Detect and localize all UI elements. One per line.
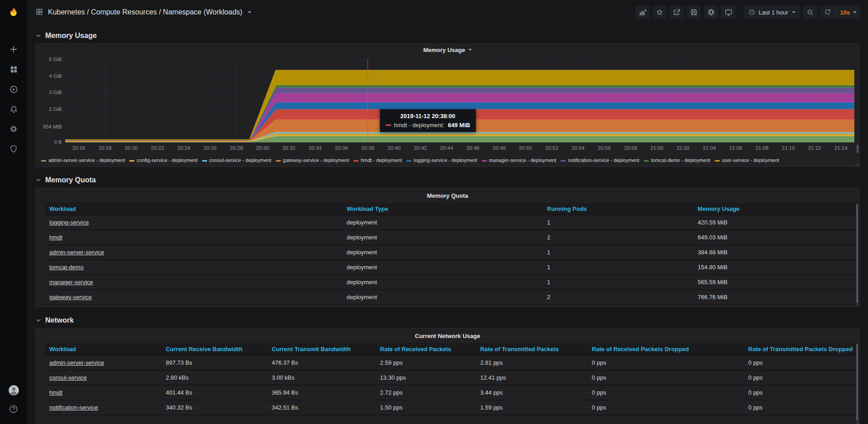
table-row: admin-server-service897.73 Bs476.37 Bs2.… [45,356,859,371]
zoom-out-icon[interactable] [803,5,817,19]
legend-item[interactable]: manager-service - deployment [482,157,557,163]
column-header[interactable]: Current Transmit Bandwidth [267,346,376,353]
svg-text:20:20: 20:20 [125,145,138,151]
legend-item[interactable]: consul-service - deployment [202,157,271,163]
column-header[interactable]: Workload [45,346,161,353]
panel-title-menu[interactable]: Memory Quota [36,188,859,203]
table-cell: 0 pps [587,374,744,381]
table-cell: deployment [342,219,542,226]
network-usage-panel: Current Network Usage WorkloadCurrent Re… [35,328,860,424]
legend-item[interactable]: config-service - deployment [129,157,198,163]
legend-item[interactable]: notification-service - deployment [561,157,639,163]
column-header[interactable]: Rate of Received Packets Dropped [587,346,744,353]
column-header[interactable]: Running Pods [542,205,693,212]
column-header[interactable]: Memory Usage [693,205,859,212]
workload-link[interactable]: notification-service [45,404,161,411]
legend-item[interactable]: user-service - deployment [715,157,779,163]
column-header[interactable]: Rate of Transmitted Packets [476,346,587,353]
plus-icon[interactable] [0,39,27,59]
column-header[interactable]: Current Receive Bandwidth [161,346,267,353]
workload-link[interactable]: hmdt [45,389,161,396]
panel-scrollbar[interactable] [857,145,859,153]
column-header[interactable]: Rate of Transmitted Packets Dropped [744,346,859,353]
gear-icon[interactable] [704,5,718,19]
panel-title-menu[interactable]: Current Network Usage [36,329,859,343]
sidebar [0,0,27,424]
time-range-picker[interactable]: Last 1 hour [744,5,800,19]
column-header[interactable]: Rate of Received Packets [376,346,476,353]
legend-item[interactable]: logging-service - deployment [406,157,477,163]
alerting-bell-icon[interactable] [0,99,27,119]
table-cell: deployment [342,234,542,241]
chevron-down-icon [853,11,857,13]
workload-link[interactable]: tomcat-demo [45,264,342,271]
svg-text:21:12: 21:12 [808,145,821,151]
panel-scrollbar[interactable] [856,204,858,303]
help-icon[interactable] [0,400,27,419]
cycle-view-icon[interactable] [721,5,736,19]
sidebar-nav [0,39,27,159]
dashboard-content: Memory Usage Memory Usage 0 B954 MiB2 Gi… [27,24,868,424]
shield-icon[interactable] [0,139,27,159]
table-cell: 1 [542,279,693,286]
svg-text:20:32: 20:32 [283,145,296,151]
chevron-down-icon [35,177,42,183]
table-cell: 384.68 MiB [693,249,859,256]
section-memory-quota[interactable]: Memory Quota [35,173,860,187]
workload-link[interactable]: admin-server-service [45,359,161,366]
network-table: WorkloadCurrent Receive BandwidthCurrent… [45,343,859,415]
section-memory-usage[interactable]: Memory Usage [35,29,860,43]
workload-link[interactable]: gateway-service [45,294,342,300]
column-header[interactable]: Workload [45,205,342,212]
table-row: hmdtdeployment2649.03 MiB [45,230,859,245]
workload-link[interactable]: manager-service [45,279,342,286]
svg-text:21:08: 21:08 [755,145,769,151]
legend-item[interactable]: admin-server-service - deployment [41,157,125,163]
section-network[interactable]: Network [35,314,860,327]
grafana-app: Kubernetes / Compute Resources / Namespa… [0,0,868,424]
section-title: Memory Usage [45,32,97,40]
user-avatar[interactable] [0,381,27,400]
chart-legend: admin-server-service - deploymentconfig-… [36,154,859,167]
svg-text:20:34: 20:34 [309,145,322,151]
add-panel-icon[interactable] [635,5,650,19]
refresh-interval-dropdown[interactable]: 10s [835,5,861,19]
panel-scrollbar[interactable] [856,344,858,421]
legend-item[interactable]: hmdt - deployment [354,157,402,163]
svg-text:20:48: 20:48 [493,145,506,151]
refresh-icon[interactable] [820,5,835,19]
workload-link[interactable]: admin-server-service [45,249,342,256]
memory-usage-chart[interactable]: 0 B954 MiB2 GiB3 GiB4 GiB5 GiB20:1620:18… [36,56,859,154]
svg-text:954 MiB: 954 MiB [43,124,62,129]
gear-icon[interactable] [0,119,27,139]
legend-item[interactable]: gateway-service - deployment [276,157,349,163]
column-header[interactable]: Workload Type [342,205,542,212]
chevron-down-icon [792,11,796,13]
workload-link[interactable]: consul-service [45,374,161,381]
dashboards-icon[interactable] [0,59,27,79]
explore-icon[interactable] [0,79,27,99]
table-cell: 342.51 Bs [267,404,376,411]
legend-item[interactable]: tomcat-demo - deployment [644,157,710,163]
table-row: notification-service340.32 Bs342.51 Bs1.… [45,400,859,415]
svg-text:21:06: 21:06 [729,145,742,151]
svg-text:20:42: 20:42 [414,145,427,151]
time-range-label: Last 1 hour [759,9,788,16]
star-icon[interactable] [652,5,667,19]
table-cell: 340.32 Bs [161,404,267,411]
chevron-down-icon[interactable] [248,11,251,13]
svg-text:20:58: 20:58 [624,145,637,151]
table-row: manager-servicedeployment1565.59 MiB [45,275,859,290]
share-icon[interactable] [670,5,684,19]
svg-text:20:38: 20:38 [361,145,374,151]
clock-icon [748,9,755,16]
svg-text:20:44: 20:44 [440,145,453,151]
grafana-logo[interactable] [4,4,23,24]
workload-link[interactable]: logging-service [45,219,342,226]
workload-link[interactable]: hmdt [45,234,342,241]
panel-title-menu[interactable]: Memory Usage [36,44,859,56]
chart-plot: 0 B954 MiB2 GiB3 GiB4 GiB5 GiB20:1620:18… [36,56,859,154]
table-cell: 2.72 pps [376,389,476,396]
save-icon[interactable] [687,5,701,19]
dashboard-title[interactable]: Kubernetes / Compute Resources / Namespa… [48,8,242,16]
